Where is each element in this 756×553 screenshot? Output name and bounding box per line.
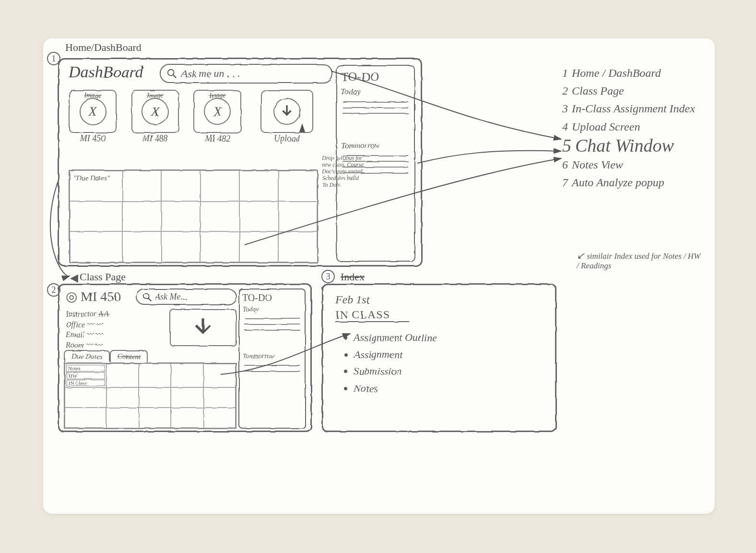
todo-tomorrow-items bbox=[341, 155, 410, 173]
index-panel: Feb 1st IN CLASS Assignment Outline Assi… bbox=[321, 283, 556, 432]
stack-notes[interactable]: Notes bbox=[66, 365, 105, 372]
course-caption: MI 488 bbox=[142, 133, 168, 144]
todo-tomorrow-label: Tommorrow bbox=[242, 352, 302, 360]
image-placeholder-label: Image bbox=[84, 92, 101, 99]
image-x-icon: X bbox=[142, 98, 168, 125]
svg-line-3 bbox=[148, 298, 151, 301]
todo-tomorrow-label: Tommorrow bbox=[341, 141, 410, 150]
legend-item: Upload Screen bbox=[572, 118, 640, 136]
panel2-label: Class Page bbox=[80, 271, 126, 283]
dashboard-title: DashBoard bbox=[69, 63, 143, 81]
course-caption: MI 482 bbox=[205, 133, 230, 144]
triangle-icon: ◀ bbox=[70, 272, 78, 284]
course-card-1[interactable]: Image X MI 450 bbox=[69, 90, 117, 133]
index-date: Feb 1st bbox=[335, 293, 543, 306]
legend-item: Chat Window bbox=[575, 136, 674, 156]
course-card-2[interactable]: Image X MI 488 bbox=[131, 90, 179, 133]
index-item[interactable]: Assignment bbox=[354, 346, 543, 362]
svg-line-1 bbox=[173, 75, 176, 78]
upload-label: Upload bbox=[274, 133, 300, 144]
legend-note: ↙ similair Index used for Notes / HW / R… bbox=[577, 250, 701, 271]
search-placeholder: Ask Me... bbox=[155, 292, 187, 302]
todo-today-items bbox=[341, 101, 410, 114]
index-heading: IN CLASS bbox=[335, 308, 409, 322]
tab-due-dates[interactable]: Due Dates bbox=[64, 350, 110, 362]
upload-card[interactable]: Upload bbox=[260, 90, 313, 133]
todo-today-items bbox=[242, 318, 302, 330]
search-placeholder: Ask me un . . . bbox=[181, 67, 240, 80]
class-todo-pane: TO-DO Today Tommorrow bbox=[238, 289, 306, 429]
index-item[interactable]: Notes bbox=[354, 380, 543, 397]
class-search[interactable]: Ask Me... bbox=[136, 289, 236, 305]
download-arrow-icon bbox=[189, 315, 216, 339]
panel3-label: Index bbox=[341, 271, 365, 283]
calendar-grid[interactable]: "Due Dates" bbox=[69, 169, 318, 263]
calendar-stack-cell: Notes HW IN Class bbox=[65, 363, 106, 387]
download-arrow-icon bbox=[273, 98, 300, 125]
image-x-icon: X bbox=[79, 98, 106, 125]
todo-heading: TO-DO bbox=[341, 70, 410, 84]
course-card-3[interactable]: Image X MI 482 bbox=[193, 90, 241, 133]
index-list: Assignment Outline Assignment Submission… bbox=[354, 329, 543, 397]
class-page-panel: ◎ MI 450 Ask Me... Instructor AA Office … bbox=[58, 283, 312, 432]
index-item[interactable]: Submission bbox=[354, 362, 543, 379]
index-item[interactable]: Assignment Outline bbox=[354, 329, 543, 346]
stack-hw[interactable]: HW bbox=[66, 372, 105, 379]
search-icon bbox=[142, 291, 152, 302]
image-placeholder-label: Image bbox=[147, 92, 164, 99]
legend-item: Class Page bbox=[572, 82, 624, 100]
legend-list: 1Home / DashBoard 2Class Page 3In-Class … bbox=[562, 64, 706, 192]
dashboard-panel: DashBoard Ask me un . . . Image X MI 450… bbox=[58, 58, 422, 266]
course-heading: ◎ MI 450 bbox=[66, 289, 120, 304]
legend-item: Notes View bbox=[572, 156, 623, 174]
calendar-due-cell: "Due Dates" bbox=[70, 170, 122, 201]
stack-inclass[interactable]: IN Class bbox=[66, 379, 105, 386]
todo-pane: TO-DO Today Tommorrow bbox=[336, 65, 415, 262]
todo-today-label: Today bbox=[341, 87, 410, 96]
tab-content[interactable]: Content bbox=[110, 350, 148, 362]
todo-tomorrow-items bbox=[242, 365, 302, 372]
legend-item: In-Class Assignment Index bbox=[572, 100, 695, 118]
todo-today-label: Today bbox=[242, 305, 302, 313]
course-caption: MI 450 bbox=[80, 133, 106, 144]
course-info: Instructor AA Office 〰〰 Email 〰〰 Room 〰〰 bbox=[66, 309, 110, 350]
panel3-number-icon: 3 bbox=[321, 270, 335, 283]
todo-heading: TO-DO bbox=[242, 292, 302, 303]
svg-point-0 bbox=[168, 70, 174, 76]
search-icon bbox=[166, 68, 177, 79]
panel1-label: Home/DashBoard bbox=[65, 41, 142, 54]
image-placeholder-label: Image bbox=[209, 92, 226, 99]
class-calendar-grid[interactable]: Notes HW IN Class bbox=[64, 362, 236, 429]
legend-item: Home / DashBoard bbox=[572, 64, 661, 82]
dashboard-search[interactable]: Ask me un . . . bbox=[160, 64, 332, 83]
legend-item: Auto Analyze popup bbox=[572, 174, 664, 192]
image-x-icon: X bbox=[204, 98, 231, 125]
class-tabs: Due Dates Content bbox=[64, 350, 148, 362]
class-upload[interactable] bbox=[169, 309, 236, 346]
